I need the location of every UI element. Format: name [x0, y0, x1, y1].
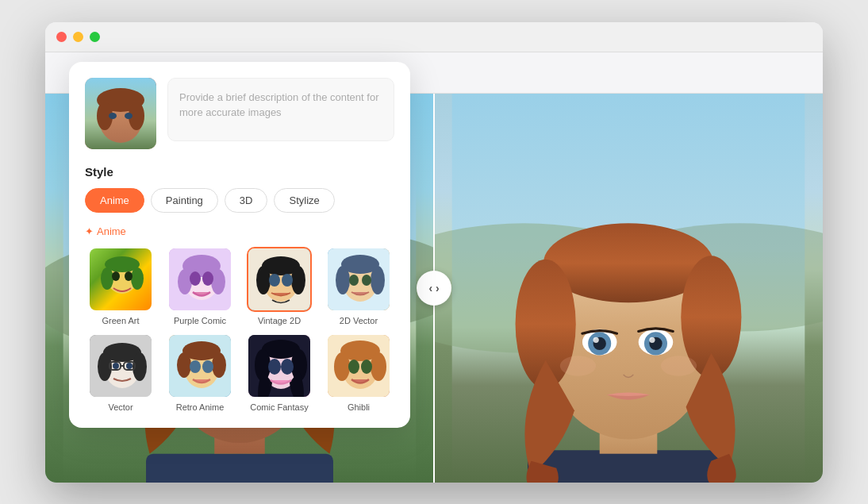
style-thumb-purple-comic — [167, 247, 232, 312]
svg-point-65 — [282, 274, 293, 287]
svg-rect-4 — [146, 453, 333, 482]
svg-point-96 — [281, 359, 294, 375]
maximize-button[interactable] — [90, 32, 100, 42]
style-item-purple-comic[interactable]: Purple Comic — [164, 247, 236, 325]
style-name-green-art: Green Art — [102, 316, 139, 325]
svg-point-101 — [371, 352, 386, 381]
svg-point-64 — [269, 274, 280, 287]
svg-point-72 — [362, 275, 371, 286]
style-btn-3d[interactable]: 3D — [225, 188, 268, 213]
style-thumb-2d-vector — [326, 247, 391, 312]
style-name-2d-vector: 2D Vector — [340, 316, 378, 325]
plus-icon: ✦ — [85, 225, 94, 237]
svg-point-82 — [126, 363, 133, 369]
svg-point-56 — [211, 269, 225, 294]
style-item-retro-anime[interactable]: Retro Anime — [164, 333, 236, 412]
svg-point-57 — [190, 271, 201, 286]
svg-point-44 — [109, 113, 117, 119]
style-item-vector[interactable]: Vector — [85, 333, 156, 412]
svg-point-95 — [268, 359, 281, 375]
style-item-vintage-2d[interactable]: Vintage 2D — [244, 247, 315, 325]
svg-point-55 — [178, 269, 192, 294]
style-name-ghibli: Ghibli — [348, 402, 370, 412]
style-name-comic-fantasy: Comic Fantasy — [250, 402, 308, 412]
svg-point-102 — [348, 360, 359, 374]
style-name-vector: Vector — [108, 402, 133, 412]
svg-point-49 — [131, 267, 144, 290]
svg-point-48 — [101, 267, 113, 290]
style-name-retro-anime: Retro Anime — [176, 402, 225, 412]
svg-point-71 — [349, 275, 359, 286]
style-btn-painting[interactable]: Painting — [151, 188, 218, 213]
svg-point-87 — [212, 352, 226, 378]
svg-point-81 — [113, 363, 119, 369]
style-buttons-group: Anime Painting 3D Stylize — [85, 188, 394, 213]
split-arrows-icon: ‹ › — [428, 282, 439, 294]
input-section: Provide a brief description of the conte… — [85, 78, 394, 149]
style-name-vintage-2d: Vintage 2D — [258, 316, 301, 325]
style-item-green-art[interactable]: Green Art — [85, 247, 156, 325]
style-thumb-vintage-2d — [247, 247, 312, 312]
substyle-label: ✦ Anime — [85, 225, 394, 237]
style-item-comic-fantasy[interactable]: Comic Fantasy — [244, 333, 315, 412]
substyle-label-text: Anime — [97, 225, 126, 237]
svg-point-37 — [560, 356, 596, 375]
style-btn-anime[interactable]: Anime — [85, 188, 144, 213]
style-grid: Green Art — [85, 247, 394, 412]
app-window: 🖼 Creations 🕐 Hisrory — [45, 22, 823, 483]
generated-photo-side — [434, 94, 823, 483]
svg-point-103 — [361, 360, 372, 374]
svg-point-100 — [334, 352, 350, 381]
style-item-ghibli[interactable]: Ghibli — [323, 333, 394, 412]
style-section-label: Style — [85, 165, 394, 179]
photo-thumbnail[interactable] — [85, 78, 156, 149]
style-thumb-comic-fantasy — [247, 333, 312, 398]
thumbnail-face-svg — [85, 78, 156, 149]
svg-point-86 — [177, 352, 191, 378]
title-bar — [45, 22, 823, 52]
description-placeholder: Provide a brief description of the conte… — [179, 91, 378, 119]
svg-point-69 — [336, 266, 350, 294]
description-input[interactable]: Provide a brief description of the conte… — [167, 78, 394, 141]
minimize-button[interactable] — [73, 32, 83, 42]
svg-point-51 — [125, 271, 133, 281]
style-thumb-ghibli — [326, 333, 391, 398]
svg-point-45 — [125, 113, 133, 119]
generated-face-svg — [434, 94, 823, 483]
svg-point-89 — [202, 360, 213, 373]
style-btn-stylize[interactable]: Stylize — [274, 188, 334, 213]
split-control-button[interactable]: ‹ › — [417, 271, 451, 306]
svg-point-38 — [661, 356, 697, 375]
svg-point-36 — [649, 337, 655, 342]
svg-point-50 — [112, 271, 120, 281]
svg-point-32 — [593, 337, 599, 342]
svg-point-63 — [291, 266, 305, 294]
left-panel: Provide a brief description of the conte… — [69, 62, 410, 428]
svg-point-88 — [190, 360, 201, 373]
style-name-purple-comic: Purple Comic — [174, 316, 226, 325]
close-button[interactable] — [56, 32, 67, 42]
svg-point-70 — [371, 266, 385, 294]
style-thumb-vector — [88, 333, 153, 398]
svg-point-58 — [202, 271, 213, 286]
style-item-2d-vector[interactable]: 2D Vector — [323, 247, 394, 325]
svg-point-62 — [256, 266, 271, 294]
style-thumb-retro-anime — [167, 333, 232, 398]
style-thumb-green-art — [88, 247, 153, 312]
